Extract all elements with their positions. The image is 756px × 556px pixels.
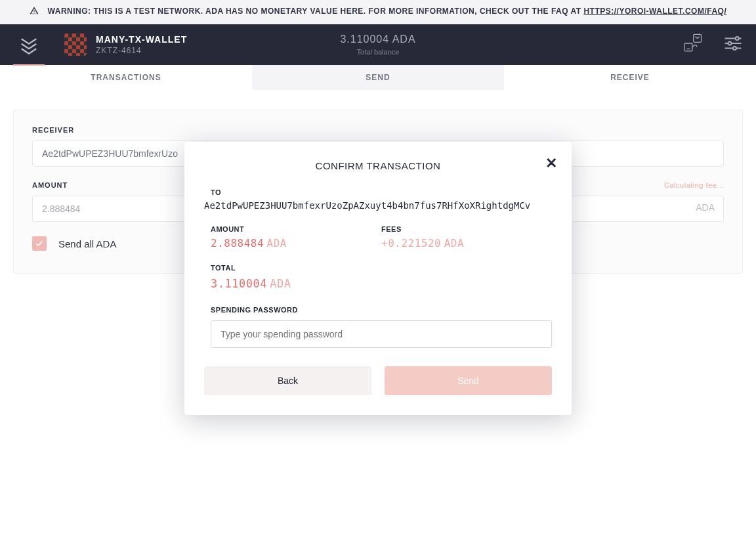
total-value: 3.110004 [211,277,267,290]
to-label: TO [211,188,552,196]
close-icon[interactable]: ✕ [545,155,557,172]
fees-unit: ADA [444,237,464,249]
back-button[interactable]: Back [204,366,371,395]
to-address: Ae2tdPwUPEZ3HUU7bmfexrUzoZpAZxuyt4b4bn7f… [204,200,552,211]
modal-overlay: CONFIRM TRANSACTION ✕ TO Ae2tdPwUPEZ3HUU… [0,0,756,556]
total-label: TOTAL [211,264,552,272]
modal-amount-value: 2.888484 [211,237,264,249]
fees-value: +0.221520 [381,237,441,249]
confirm-transaction-modal: CONFIRM TRANSACTION ✕ TO Ae2tdPwUPEZ3HUU… [184,142,572,415]
send-button[interactable]: Send [385,366,552,395]
spending-password-input[interactable] [211,320,552,348]
total-unit: ADA [270,277,291,290]
modal-amount-label: AMOUNT [211,225,381,233]
modal-title: CONFIRM TRANSACTION [204,160,552,171]
modal-amount-unit: ADA [267,237,287,249]
fees-label: FEES [381,225,552,233]
spending-password-label: SPENDING PASSWORD [211,306,552,314]
